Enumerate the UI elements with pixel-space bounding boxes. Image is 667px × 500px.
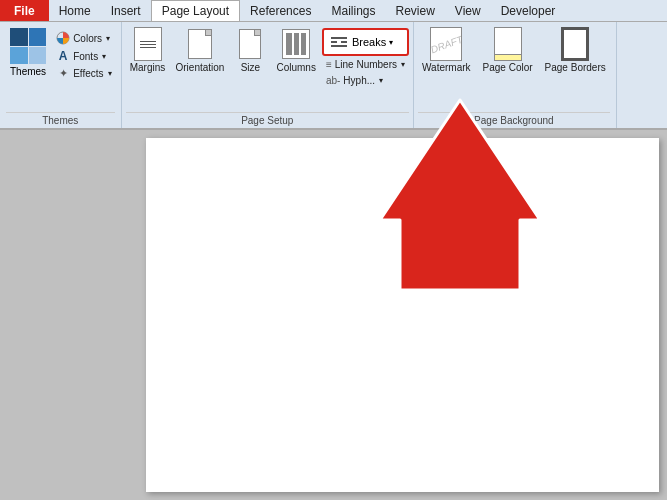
fonts-dropdown-icon: ▾ [102,52,106,61]
hyphenation-icon: ab- [326,75,340,86]
fonts-label: Fonts [73,51,98,62]
columns-label: Columns [276,62,315,73]
page-background-group-label: Page Background [418,112,610,128]
themes-icon [10,28,46,64]
page-borders-button[interactable]: Page Borders [541,26,610,75]
doc-page [146,138,659,492]
colors-label: Colors [73,33,102,44]
page-color-icon [492,28,524,60]
size-button[interactable]: Size [230,26,270,75]
breaks-label: Breaks [352,36,386,48]
line-numbers-dropdown-icon: ▾ [401,60,405,69]
watermark-button[interactable]: DRAFT Watermark [418,26,475,75]
fonts-button[interactable]: A Fonts ▾ [53,48,114,64]
margins-label: Margins [130,62,166,73]
menu-developer[interactable]: Developer [491,0,566,21]
breaks-dropdown-icon: ▾ [389,38,393,47]
watermark-label: Watermark [422,62,471,73]
hyphenation-label: Hyph... [343,75,375,86]
columns-button[interactable]: Columns [272,26,319,75]
themes-group-label: Themes [6,112,115,128]
menu-references[interactable]: References [240,0,321,21]
page-color-button[interactable]: Page Color [479,26,537,75]
effects-dropdown-icon: ▾ [108,69,112,78]
size-label: Size [241,62,260,73]
effects-icon: ✦ [56,67,70,80]
colors-icon [56,31,70,45]
hyphenation-button[interactable]: ab- Hyph... ▾ [322,73,409,88]
menu-mailings[interactable]: Mailings [321,0,385,21]
effects-button[interactable]: ✦ Effects ▾ [53,66,114,81]
colors-dropdown-icon: ▾ [106,34,110,43]
app-window: File Home Insert Page Layout References … [0,0,667,500]
breaks-button[interactable]: Breaks ▾ [322,28,409,56]
page-setup-group: Margins Orientation [122,22,415,128]
page-setup-group-label: Page Setup [126,112,410,128]
orientation-label: Orientation [176,62,225,73]
menu-home[interactable]: Home [49,0,101,21]
margins-icon [132,28,164,60]
file-tab[interactable]: File [0,0,49,21]
document-area [0,130,667,500]
hyphenation-dropdown-icon: ▾ [379,76,383,85]
margins-button[interactable]: Margins [126,26,170,75]
breaks-icon [329,32,349,52]
columns-icon [280,28,312,60]
themes-label: Themes [10,66,46,77]
orientation-button[interactable]: Orientation [172,26,229,75]
themes-button[interactable]: Themes [6,26,50,79]
colors-button[interactable]: Colors ▾ [53,30,114,46]
menu-view[interactable]: View [445,0,491,21]
fonts-icon: A [56,49,70,63]
orientation-icon [184,28,216,60]
themes-group: Themes Colors ▾ A Fonts ▾ [2,22,122,128]
menu-insert[interactable]: Insert [101,0,151,21]
effects-label: Effects [73,68,103,79]
doc-left-margin [8,138,138,492]
size-icon [234,28,266,60]
menu-review[interactable]: Review [385,0,444,21]
menu-page-layout[interactable]: Page Layout [151,0,240,21]
line-numbers-label: Line Numbers [335,59,397,70]
page-color-label: Page Color [483,62,533,73]
page-borders-label: Page Borders [545,62,606,73]
page-borders-icon [559,28,591,60]
line-numbers-icon: ≡ [326,59,332,70]
page-background-group: DRAFT Watermark Page Color [414,22,617,128]
watermark-icon: DRAFT [430,28,462,60]
line-numbers-button[interactable]: ≡ Line Numbers ▾ [322,57,409,72]
